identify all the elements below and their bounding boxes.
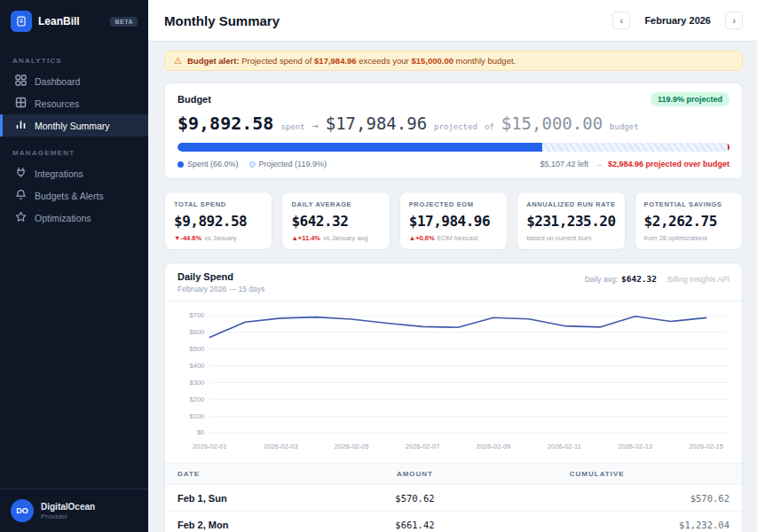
projected-dot-icon [249,161,256,168]
sidebar-item-label: Monthly Summary [35,121,110,131]
app-window: LeanBill BETA ANALYTICS Dashboard Resour… [0,0,757,532]
user-profile[interactable]: DO DigitalOcean Provider [0,489,148,532]
daily-spend-chart: $0$100$200$300$400$500$600$7002026-02-01… [174,307,733,456]
svg-text:2026-02-05: 2026-02-05 [335,442,369,450]
table-header-row: DATE AMOUNT CUMULATIVE [165,463,742,485]
stat-value: $2,262.75 [644,213,733,230]
next-month-button[interactable]: › [725,12,743,29]
stat-note: based on current burn [526,234,591,242]
daily-avg-label: Daily avg: [585,275,618,284]
page-title: Monthly Summary [164,13,280,28]
svg-text:2026-02-11: 2026-02-11 [548,442,581,450]
sidebar-item-dashboard[interactable]: Dashboard [0,70,148,92]
column-header-amount: AMOUNT [365,470,464,478]
chart-source: Billing Insights API [667,275,729,284]
content: ⚠ Budget alert: Projected spend of $17,9… [148,42,757,532]
sidebar-item-label: Optimizations [35,213,91,223]
beta-badge: BETA [110,17,138,27]
over-budget-text: $2,984.96 projected over budget [608,160,729,168]
over-budget-marker [728,143,729,152]
sidebar-item-resources[interactable]: Resources [0,92,148,114]
grid-icon [15,74,27,88]
svg-text:2026-02-03: 2026-02-03 [264,442,298,450]
topbar: Monthly Summary ‹ February 2026 › [148,0,757,42]
svg-text:2026-02-01: 2026-02-01 [193,442,227,450]
spent-label: spent [280,122,304,131]
stat-label: PROJECTED EOM [409,200,498,208]
chevron-right-icon: › [732,16,736,26]
sidebar-item-label: Dashboard [35,76,80,87]
column-header-date: DATE [177,470,365,478]
warning-icon: ⚠ [174,56,182,66]
legend-spent: Spent (66.0%) [177,160,239,168]
legend-projected: Projected (119.9%) [249,160,327,168]
sidebar-item-budgets-alerts[interactable]: Budgets & Alerts [0,184,148,207]
bell-icon [15,189,27,202]
stat-label: ANNUALIZED RUN RATE [526,200,615,208]
svg-text:2026-02-13: 2026-02-13 [618,442,652,450]
table-row[interactable]: Feb 2, Mon $661.42 $1,232.04 [165,512,742,532]
stat-card-projected-eom: PROJECTED EOM $17,984.96 ▲+0.6%EOM forec… [399,192,508,250]
budget-left-text: $5,107.42 left [540,160,588,168]
cell-amount: $661.42 [365,520,464,530]
chevron-left-icon: ‹ [620,16,624,26]
section-label-management: MANAGEMENT [0,137,148,162]
stat-delta: ▼-44.6% [174,234,201,242]
boxes-icon [15,97,27,110]
spent-amount: $9,892.58 [177,113,273,134]
prev-month-button[interactable]: ‹ [612,12,630,29]
column-header-cumulative: CUMULATIVE [464,470,729,478]
daily-avg-value: $642.32 [621,274,657,284]
arrow-icon: → [594,159,603,168]
sidebar-item-integrations[interactable]: Integrations [0,162,148,184]
cell-cumulative: $570.62 [464,493,729,504]
app-name: LeanBill [38,15,80,27]
period-label: February 2026 [644,15,711,26]
chart-area: $0$100$200$300$400$500$600$7002026-02-01… [165,301,742,463]
sidebar-item-monthly-summary[interactable]: Monthly Summary [0,114,148,137]
stat-value: $17,984.96 [409,213,498,230]
stat-value: $642.32 [291,213,380,230]
table-row[interactable]: Feb 1, Sun $570.62 $570.62 [165,485,742,512]
stat-value: $9,892.58 [174,213,263,230]
svg-text:$100: $100 [190,412,205,420]
daily-spend-card: Daily Spend February 2026 — 15 days Dail… [164,262,743,532]
svg-text:$200: $200 [190,395,205,403]
avatar: DO [11,499,34,522]
budget-progress-fill [177,143,542,152]
stat-note: vs January avg [323,234,367,242]
stat-value: $231,235.20 [526,213,615,230]
stat-note: from 28 optimizations [644,234,707,242]
budget-label: budget [610,122,639,131]
budget-progress-bar [177,143,729,152]
user-role: Provider [41,512,95,520]
svg-text:$300: $300 [190,379,205,387]
budget-alert-text: Budget alert: Projected spend of $17,984… [187,56,516,66]
svg-text:$400: $400 [190,362,205,370]
stat-label: POTENTIAL SAVINGS [644,200,733,208]
projected-amount: $17,984.96 [326,113,427,133]
svg-text:$600: $600 [190,328,205,336]
svg-text:2026-02-09: 2026-02-09 [477,442,511,450]
svg-text:2026-02-15: 2026-02-15 [689,442,723,450]
svg-text:$0: $0 [197,429,204,437]
budget-alert-banner: ⚠ Budget alert: Projected spend of $17,9… [164,51,743,71]
user-name: DigitalOcean [41,502,95,512]
budget-amount: $15,000.00 [501,113,603,133]
cell-date: Feb 2, Mon [177,520,365,530]
sidebar: LeanBill BETA ANALYTICS Dashboard Resour… [0,0,148,532]
bar-chart-icon [15,119,27,132]
arrow-icon: → [311,120,318,132]
stat-label: TOTAL SPEND [174,200,263,208]
stat-label: DAILY AVERAGE [291,200,380,208]
projected-label: projected [434,122,477,131]
budget-card-title: Budget [177,94,211,105]
svg-text:$500: $500 [190,345,205,353]
plug-icon [15,167,27,180]
sidebar-item-optimizations[interactable]: Optimizations [0,207,148,229]
main-area: Monthly Summary ‹ February 2026 › ⚠ Budg… [148,0,757,532]
leanbill-logo-icon [11,11,32,32]
chart-title: Daily Spend [177,271,264,282]
spent-dot-icon [177,161,184,168]
cell-amount: $570.62 [365,493,464,504]
